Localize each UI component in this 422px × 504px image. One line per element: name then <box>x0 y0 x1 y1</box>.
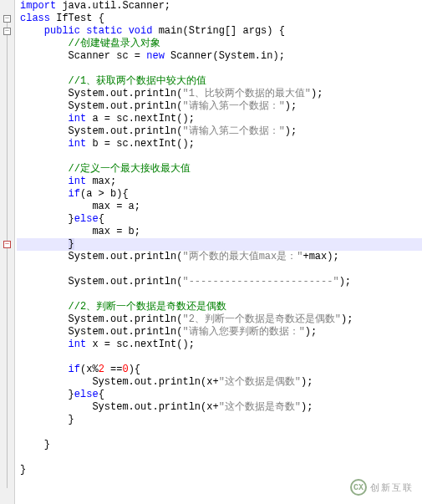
code-line: int b = sc.nextInt(); <box>17 138 422 150</box>
code-line: } <box>17 464 422 476</box>
watermark-logo-icon: CX <box>350 479 367 496</box>
code-line: System.out.println("请输入您要判断的数据："); <box>17 326 422 339</box>
code-line: System.out.println("请输入第一个数据："); <box>17 100 422 113</box>
code-line: System.out.println("请输入第二个数据："); <box>17 125 422 138</box>
code-line: //定义一个最大接收最大值 <box>17 163 422 176</box>
code-line: import java.util.Scanner; <box>17 0 422 13</box>
code-line: //2、判断一个数据是奇数还是偶数 <box>17 301 422 313</box>
code-line: int a = sc.nextInt(); <box>17 113 422 125</box>
code-line: System.out.println("2、判断一个数据是奇数还是偶数"); <box>17 313 422 326</box>
code-line <box>17 351 422 364</box>
code-line <box>17 63 422 75</box>
code-line <box>17 426 422 439</box>
code-line: max = a; <box>17 201 422 213</box>
code-line: //1、获取两个数据中较大的值 <box>17 75 422 88</box>
code-area: import java.util.Scanner;class IfTest { … <box>17 0 422 504</box>
fold-toggle-icon[interactable]: − <box>3 28 11 35</box>
watermark-text: 创新互联 <box>370 481 414 494</box>
code-line: } <box>17 439 422 451</box>
code-line: public static void main(String[] args) { <box>17 25 422 38</box>
code-line: int x = sc.nextInt(); <box>17 339 422 351</box>
code-line: System.out.println("两个数的最大值max是："+max); <box>17 251 422 263</box>
code-line <box>17 263 422 276</box>
code-line: System.out.println("1、比较两个数据的最大值"); <box>17 88 422 100</box>
code-line: if(a > b){ <box>17 188 422 201</box>
code-line: }else{ <box>17 389 422 401</box>
code-line <box>17 288 422 301</box>
code-line: class IfTest { <box>17 13 422 25</box>
code-line: max = b; <box>17 226 422 238</box>
code-line: } <box>17 414 422 426</box>
code-line: System.out.println("--------------------… <box>17 276 422 288</box>
code-line <box>17 451 422 464</box>
code-line: if(x%2 ==0){ <box>17 364 422 376</box>
code-line: }else{ <box>17 213 422 226</box>
code-line: } <box>17 238 422 251</box>
code-line: System.out.println(x+"这个数据是奇数"); <box>17 401 422 414</box>
code-line: Scanner sc = new Scanner(System.in); <box>17 50 422 63</box>
fold-toggle-icon[interactable]: − <box>3 15 11 23</box>
code-line <box>17 150 422 163</box>
code-line: System.out.println(x+"这个数据是偶数"); <box>17 376 422 389</box>
watermark: CX 创新互联 <box>350 479 414 496</box>
line-indicator-icon: − <box>3 241 11 248</box>
editor-gutter: −−− <box>0 0 15 504</box>
code-line: //创建键盘录入对象 <box>17 38 422 50</box>
code-line: int max; <box>17 176 422 188</box>
